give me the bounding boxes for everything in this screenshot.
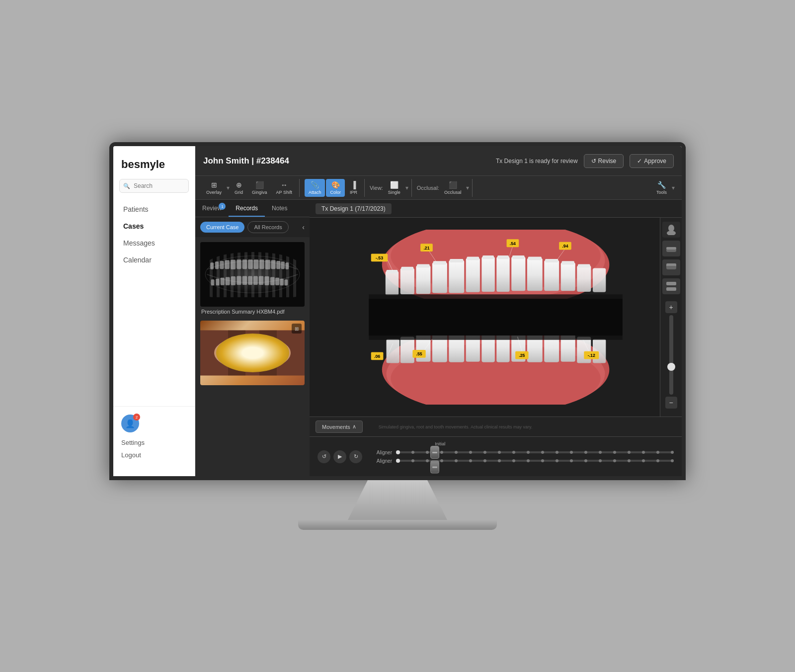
sidebar-item-cases[interactable]: Cases — [113, 218, 195, 235]
svg-point-1 — [205, 256, 300, 293]
svg-rect-21 — [231, 276, 236, 285]
svg-rect-37 — [245, 345, 250, 353]
svg-rect-90 — [577, 337, 591, 363]
svg-rect-74 — [561, 261, 574, 264]
svg-rect-55 — [416, 265, 430, 294]
svg-rect-59 — [449, 260, 464, 293]
collapse-btn[interactable]: ‹ — [302, 223, 305, 231]
svg-rect-91 — [593, 339, 606, 363]
tab-notes[interactable]: Notes — [265, 200, 294, 217]
svg-rect-5 — [225, 260, 229, 269]
toolbar-grid-btn[interactable]: ⊕ Grid — [231, 179, 247, 197]
record-item-photo[interactable]: ⊞ — [200, 321, 305, 385]
svg-text:.25: .25 — [519, 353, 525, 358]
timeline-row-lower: Aligner — [368, 458, 674, 464]
svg-rect-9 — [248, 259, 252, 269]
toolbar-gingiva-btn[interactable]: ⬛ Gingiva — [248, 179, 271, 197]
revise-button[interactable]: ↺ Revise — [584, 154, 624, 168]
toolbar-tools-btn[interactable]: 🔧 Tools — [652, 179, 671, 197]
app-header: John Smith | #238464 Tx Design 1 is read… — [195, 146, 682, 176]
svg-point-34 — [225, 339, 280, 360]
viewer-3d: -.53 .21 .54 .94 .06 — [310, 218, 682, 417]
sidebar-item-messages[interactable]: Messages — [113, 235, 195, 252]
notification-badge: 2 — [133, 414, 140, 420]
svg-rect-124 — [666, 282, 676, 285]
record-label-xray: Prescription Summary HXBM4.pdf — [200, 309, 305, 315]
toolbar-ipr-btn[interactable]: ▐ IPR — [346, 179, 361, 197]
rewind-btn[interactable]: ↺ — [318, 450, 330, 463]
svg-rect-3 — [215, 261, 219, 269]
toolbar-ap-shift-btn[interactable]: ↔ AP Shift — [272, 179, 296, 197]
sidebar-item-calendar[interactable]: Calendar — [113, 252, 195, 268]
left-panel: Review 1 Records Notes — [195, 200, 310, 476]
play-btn[interactable]: ▶ — [333, 450, 346, 463]
timeline-thumb-upper[interactable] — [430, 446, 439, 459]
logout-link[interactable]: Logout — [121, 450, 187, 460]
viewer-right-icons: + − — [660, 218, 682, 417]
toolbar-occlusal-btn[interactable]: ⬛ Occlusal — [440, 179, 466, 197]
zoom-track[interactable] — [669, 315, 673, 395]
toolbar-single-btn[interactable]: ⬜ Single — [384, 179, 404, 197]
sidebar-item-patients[interactable]: Patients — [113, 201, 195, 218]
sidebar-nav: Patients Cases Messages Calendar — [113, 201, 195, 406]
svg-text:.06: .06 — [374, 354, 380, 359]
svg-rect-52 — [386, 270, 398, 273]
svg-rect-26 — [259, 276, 263, 285]
svg-rect-65 — [496, 257, 509, 292]
svg-rect-68 — [512, 255, 525, 259]
timeline-track-upper[interactable]: Initial — [396, 451, 674, 453]
toolbar-attach-btn[interactable]: 📎 Attach — [305, 179, 325, 197]
svg-rect-72 — [545, 259, 558, 262]
svg-rect-53 — [400, 268, 414, 294]
svg-rect-14 — [276, 261, 280, 269]
timeline-bar: ↺ ▶ ↻ Aligner Initial — [310, 436, 682, 476]
toolbar-overlay-btn[interactable]: ⊞ Overlay — [202, 179, 226, 197]
svg-rect-123 — [666, 266, 676, 269]
record-expand-btn[interactable]: ⊞ — [292, 324, 302, 334]
record-item-xray[interactable]: Prescription Summary HXBM4.pdf — [200, 242, 305, 315]
svg-rect-75 — [577, 265, 591, 292]
movements-btn[interactable]: Movements ∧ — [316, 420, 363, 433]
zoom-minus-btn[interactable]: − — [665, 397, 677, 409]
settings-link[interactable]: Settings — [121, 437, 187, 448]
forward-btn[interactable]: ↻ — [349, 450, 362, 463]
zoom-plus-btn[interactable]: + — [665, 301, 677, 313]
upper-arch-btn[interactable] — [662, 241, 680, 256]
current-case-btn[interactable]: Current Case — [200, 222, 244, 233]
svg-rect-67 — [511, 257, 525, 291]
header-left: John Smith | #238464 — [203, 156, 289, 166]
xray-image — [200, 242, 305, 307]
zoom-thumb[interactable] — [667, 363, 675, 371]
svg-rect-11 — [259, 259, 264, 269]
timeline-thumb-lower[interactable] — [430, 461, 439, 461]
svg-rect-125 — [666, 287, 676, 291]
lower-arch-btn[interactable] — [662, 259, 680, 275]
approve-button[interactable]: ✓ Approve — [630, 154, 674, 168]
svg-rect-19 — [221, 278, 225, 285]
tab-records[interactable]: Records — [229, 200, 265, 217]
aligner-label-lower: Aligner — [368, 458, 392, 464]
record-image-photo: ⊞ — [200, 321, 305, 385]
face-view-btn[interactable] — [662, 222, 680, 238]
svg-rect-4 — [220, 261, 224, 269]
both-arches-btn[interactable] — [662, 278, 680, 294]
svg-rect-121 — [666, 247, 676, 250]
status-text: Tx Design 1 is ready for review — [496, 158, 578, 165]
svg-rect-31 — [284, 279, 288, 285]
sidebar: besmyle 🔍 Patients Cases Messages — [113, 146, 195, 476]
record-image-xray — [200, 242, 305, 307]
svg-rect-76 — [578, 264, 590, 268]
timeline-track-lower[interactable] — [396, 460, 674, 462]
svg-rect-18 — [216, 279, 219, 286]
svg-text:-.53: -.53 — [376, 255, 383, 260]
records-list: Prescription Summary HXBM4.pdf — [195, 237, 310, 476]
all-records-btn[interactable]: All Records — [247, 221, 288, 233]
svg-rect-70 — [528, 257, 542, 260]
toolbar-color-btn[interactable]: 🎨 Color — [326, 179, 345, 197]
svg-rect-8 — [242, 259, 247, 269]
tab-review[interactable]: Review 1 — [195, 200, 229, 217]
svg-text:.94: .94 — [562, 244, 568, 249]
svg-rect-78 — [386, 339, 399, 363]
svg-rect-60 — [450, 259, 463, 262]
svg-rect-61 — [466, 258, 480, 292]
